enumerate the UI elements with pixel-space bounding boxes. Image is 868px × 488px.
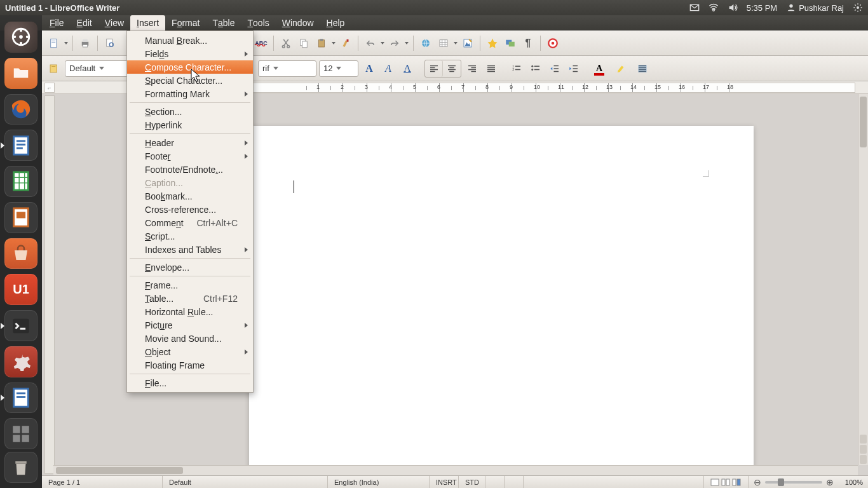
document-page[interactable] [249,126,754,475]
horizontal-scrollbar[interactable] [53,465,858,475]
menu-edit[interactable]: Edit [71,15,98,30]
new-doc-button[interactable] [46,35,62,51]
launcher-writer[interactable] [4,130,37,161]
insert-menu-horizontal-rule[interactable]: Horizontal Rule... [127,305,253,318]
help-button[interactable] [545,35,561,51]
insert-menu-envelope[interactable]: Envelope... [127,261,253,274]
copy-button[interactable] [295,35,312,51]
insert-menu-picture[interactable]: Picture [127,318,253,332]
menu-view[interactable]: View [98,15,130,30]
zoom-percent[interactable]: 100% [837,478,863,486]
zoom-in-icon[interactable]: ⊕ [826,477,834,487]
insert-menu-fields[interactable]: Fields [127,47,253,60]
insert-menu-footnote-endnote[interactable]: Footnote/Endnote... [127,163,253,176]
insert-menu-object[interactable]: Object [127,345,253,358]
launcher-terminal[interactable] [4,310,37,341]
vertical-scrollbar[interactable] [858,94,868,465]
autospell-button[interactable]: ABC [253,35,269,51]
redo-dropdown[interactable] [404,42,409,44]
insert-menu-formatting-mark[interactable]: Formatting Mark [127,87,253,100]
insert-menu-indexes-and-tables[interactable]: Indexes and Tables [127,243,253,256]
table-dropdown[interactable] [453,42,458,44]
launcher-dash[interactable] [4,22,37,53]
vertical-ruler[interactable] [44,95,55,474]
print-button[interactable] [77,35,93,51]
scroll-page-up-button[interactable] [860,435,867,444]
insert-menu-cross-reference[interactable]: Cross-reference... [127,203,253,216]
italic-button[interactable]: A [380,60,397,77]
font-name-combo[interactable]: rif [258,60,316,77]
insert-menu-table[interactable]: Table...Ctrl+F12 [127,292,253,305]
font-color-button[interactable]: A [591,60,607,77]
sound-indicator-icon[interactable] [728,3,738,13]
gallery-button[interactable] [502,35,519,51]
scroll-thumb[interactable] [860,97,867,147]
launcher-workspace[interactable] [4,418,37,449]
status-view-layout[interactable] [704,476,749,488]
new-doc-dropdown[interactable] [64,42,69,44]
launcher-calc[interactable] [4,166,37,197]
increase-indent-button[interactable] [566,60,582,77]
table-button[interactable] [435,35,452,51]
session-gear-icon[interactable] [853,3,863,13]
decrease-indent-button[interactable] [546,60,563,77]
insert-menu-file[interactable]: File... [127,376,253,390]
launcher-trash[interactable] [4,452,37,483]
align-left-button[interactable] [425,60,443,77]
insert-menu-compose-character[interactable]: Compose Character... [127,60,253,74]
cut-button[interactable] [278,35,294,51]
status-zoom[interactable]: ⊖ ⊕ 100% [749,477,868,487]
background-color-button[interactable] [634,60,651,77]
insert-menu-script[interactable]: Script... [127,229,253,243]
hscroll-thumb[interactable] [56,467,183,474]
menu-file[interactable]: File [43,15,71,30]
undo-dropdown[interactable] [380,42,385,44]
launcher-ubuntuone[interactable]: U1 [4,274,37,305]
paste-button[interactable] [313,35,330,51]
styles-button[interactable] [46,60,62,77]
menu-help[interactable]: Help [320,15,351,30]
launcher-impress[interactable] [4,202,37,233]
bold-button[interactable]: A [361,60,377,77]
clock[interactable]: 5:35 PM [747,3,777,13]
insert-menu-header[interactable]: Header [127,136,253,149]
scroll-nav-button[interactable] [860,445,867,454]
launcher-files[interactable] [4,58,37,89]
menu-table[interactable]: Table [206,15,241,30]
paste-dropdown[interactable] [331,42,336,44]
navigator-button[interactable] [484,35,501,51]
insert-menu-comment[interactable]: CommentCtrl+Alt+C [127,216,253,229]
redo-button[interactable] [386,35,403,51]
align-center-button[interactable] [443,60,461,77]
insert-menu-movie-and-sound[interactable]: Movie and Sound... [127,332,253,345]
horizontal-ruler[interactable]: 123456789101112131415161718 [249,83,855,93]
launcher-settings[interactable] [4,346,37,377]
insert-menu-special-character[interactable]: Special Character... [127,74,253,87]
highlight-button[interactable] [613,60,629,77]
insert-menu-frame[interactable]: Frame... [127,278,253,292]
zoom-slider[interactable] [765,481,822,484]
menu-window[interactable]: Window [276,15,320,30]
show-draw-button[interactable] [459,35,476,51]
menu-insert[interactable]: Insert [130,15,165,30]
font-size-combo[interactable]: 12 [319,60,358,77]
zoom-out-icon[interactable]: ⊖ [754,477,761,487]
nonprinting-button[interactable]: ¶ [520,35,536,51]
launcher-firefox[interactable] [4,94,37,125]
insert-menu-bookmark[interactable]: Bookmark... [127,189,253,203]
insert-menu-manual-break[interactable]: Manual Break... [127,34,253,47]
status-page[interactable]: Page 1 / 1 [42,476,163,488]
scroll-page-down-button[interactable] [860,455,867,464]
menu-format[interactable]: Format [165,15,206,30]
bullet-list-button[interactable] [527,60,544,77]
insert-menu-section[interactable]: Section... [127,105,253,118]
print-preview-button[interactable] [102,35,118,51]
launcher-writer-doc[interactable] [4,383,37,414]
format-paintbrush-button[interactable] [337,35,354,51]
insert-menu-floating-frame[interactable]: Floating Frame [127,358,253,372]
menu-tools[interactable]: Tools [241,15,276,30]
launcher-software-center[interactable] [4,238,37,269]
insert-menu-hyperlink[interactable]: Hyperlink [127,118,253,132]
network-indicator-icon[interactable] [709,3,719,13]
underline-button[interactable]: A [399,60,416,77]
